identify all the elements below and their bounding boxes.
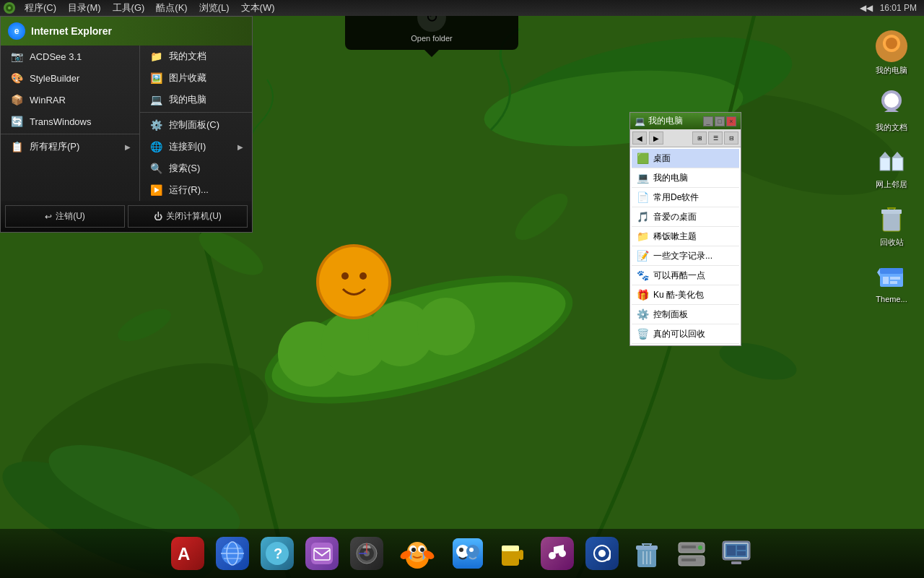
theme-icon-img: 📁	[636, 230, 649, 243]
svg-point-92	[559, 550, 566, 557]
dock-item-mascot[interactable]	[392, 534, 443, 573]
theme-label: 稀饭嗽主题	[653, 230, 697, 243]
minimize-button[interactable]: _	[703, 116, 713, 126]
menu-item-acdsee[interactable]: 📷 ACDSee 3.1	[1, 46, 139, 67]
svg-point-86	[469, 548, 474, 552]
start-menu-footer: ↩ 注销(U) ⏻ 关闭计算机(U)	[1, 201, 252, 232]
svg-point-91	[549, 552, 556, 559]
svg-rect-109	[681, 558, 696, 561]
menu-directory[interactable]: 目录(M)	[62, 0, 107, 16]
start-menu-header: e Internet Explorer	[1, 17, 252, 46]
dock-item-storage[interactable]	[672, 534, 711, 573]
menu-cool[interactable]: 酷点(K)	[150, 0, 193, 16]
back-button[interactable]: ◀	[632, 131, 647, 144]
fm-item-controlpanel[interactable]: ⚙️ 控制面板	[632, 305, 739, 324]
svg-rect-108	[681, 545, 696, 548]
dock-item-browser[interactable]	[213, 534, 252, 573]
fm-item-notes[interactable]: 📝 一些文字记录...	[632, 246, 739, 266]
menu-item-run[interactable]: ▶️ 运行(R)...	[140, 179, 252, 201]
menubar-time: ◀◀ 16:01 PM	[860, 3, 924, 13]
fm-item-ku[interactable]: 🎁 Ku 酷-美化包	[632, 285, 739, 305]
svg-rect-114	[737, 545, 746, 550]
menu-item-winrar[interactable]: 📦 WinRAR	[1, 89, 139, 111]
fm-item-recycle[interactable]: 🗑️ 真的可以回收	[632, 324, 739, 344]
start-menu-title: Internet Explorer	[31, 25, 112, 37]
controlpanel-label: 控制面板(C)	[169, 118, 219, 131]
acdsee-label: ACDSee 3.1	[30, 51, 82, 62]
desktop-icon-neighbor[interactable]: 网上邻居	[866, 143, 917, 189]
menu-item-transwindows[interactable]: 🔄 TransWindows	[1, 111, 139, 132]
fm-item-theme[interactable]: 📁 稀饭嗽主题	[632, 227, 739, 246]
dock-item-email[interactable]	[583, 534, 622, 573]
all-programs-item[interactable]: 📋 所有程序(P) ▶	[1, 136, 139, 158]
software-label: 常用De软件	[653, 191, 699, 204]
dock-item-help[interactable]: ?	[258, 534, 297, 573]
fm-item-desktop[interactable]: 🟩 桌面	[632, 149, 739, 168]
view-list[interactable]: ☰	[708, 131, 723, 144]
dock-icon-finder	[451, 537, 484, 570]
menu-text[interactable]: 文本(W)	[235, 0, 281, 16]
maximize-button[interactable]: □	[715, 116, 725, 126]
mypc-label: 我的电脑	[653, 172, 688, 184]
software-icon-img: 📄	[636, 191, 649, 204]
dock-item-monitor[interactable]	[347, 534, 386, 573]
connect-label: 连接到(I)	[169, 140, 206, 153]
dock-item-display[interactable]	[717, 534, 756, 573]
desktop-icon-mypc[interactable]: 我的电脑	[866, 29, 917, 75]
desktop-icon-recycle[interactable]: 回收站	[866, 201, 917, 247]
menu-browse[interactable]: 浏览(L)	[193, 0, 235, 16]
fm-item-cool[interactable]: 🐾 可以再酷一点	[632, 266, 739, 285]
cool-label: 可以再酷一点	[653, 269, 705, 282]
desktop-icon-theme[interactable]: Theme...	[866, 258, 917, 304]
dock-item-finder[interactable]	[448, 534, 487, 573]
programs-section: 📷 ACDSee 3.1 🎨 StyleBuilder 📦 WinRAR 🔄 T…	[1, 46, 252, 201]
svg-point-11	[341, 272, 349, 280]
mypc-icon-label: 我的电脑	[876, 66, 907, 75]
dock-item-app1[interactable]: A	[168, 534, 207, 573]
pictures-label: 图片收藏	[169, 72, 206, 85]
fm-item-mypc[interactable]: 💻 我的电脑	[632, 168, 739, 188]
fm-item-software[interactable]: 📄 常用De软件	[632, 188, 739, 207]
menu-item-mydocs[interactable]: 📁 我的文档	[140, 46, 252, 67]
close-button[interactable]: ×	[726, 116, 736, 126]
all-programs-arrow: ▶	[125, 143, 131, 151]
desktop-icon-mydocs[interactable]: 我的文档	[866, 86, 917, 132]
recycle-label: 真的可以回收	[653, 328, 705, 340]
forward-button[interactable]: ▶	[649, 131, 663, 144]
menu-programs[interactable]: 程序(C)	[19, 0, 62, 16]
controlpanel-label: 控制面板	[653, 309, 688, 321]
menu-item-mypc[interactable]: 💻 我的电脑	[140, 89, 252, 111]
open-folder-label: Open folder	[411, 34, 452, 43]
menu-tools[interactable]: 工具(G)	[107, 0, 151, 16]
menu-item-pictures[interactable]: 🖼️ 图片收藏	[140, 67, 252, 89]
dock-item-music[interactable]	[538, 534, 577, 573]
programs-left-panel: 📷 ACDSee 3.1 🎨 StyleBuilder 📦 WinRAR 🔄 T…	[1, 46, 140, 201]
dock-item-mail[interactable]	[302, 534, 341, 573]
svg-point-8	[417, 298, 475, 355]
file-manager-title-icon: 💻	[635, 116, 645, 126]
desktop-icon-img: 🟩	[636, 152, 649, 165]
svg-point-10	[319, 247, 388, 316]
cancel-button[interactable]: ↩ 注销(U)	[5, 205, 125, 228]
mydocs-icon-label: 我的文档	[876, 123, 907, 132]
shutdown-button[interactable]: ⏻ 关闭计算机(U)	[128, 205, 248, 228]
dock-icon-monitor	[350, 537, 383, 570]
svg-rect-29	[880, 158, 890, 171]
view-icons[interactable]: ⊞	[692, 131, 707, 144]
view-buttons: ⊞ ☰ ⊟	[692, 131, 738, 144]
all-programs-label: 所有程序(P)	[30, 140, 79, 153]
dock-item-trash[interactable]	[627, 534, 666, 573]
menu-item-controlpanel[interactable]: ⚙️ 控制面板(C)	[140, 114, 252, 136]
view-details[interactable]: ⊟	[724, 131, 738, 144]
dock-item-beer[interactable]	[493, 534, 532, 573]
ku-label: Ku 酷-美化包	[653, 289, 704, 301]
recycle-icon-large	[874, 201, 909, 236]
mydocs-icon: 📁	[149, 49, 163, 64]
dock-icon-browser	[216, 537, 249, 570]
fm-item-music[interactable]: 🎵 音爱の桌面	[632, 207, 739, 227]
menu-item-search[interactable]: 🔍 搜索(S)	[140, 158, 252, 179]
menu-item-stylebuilder[interactable]: 🎨 StyleBuilder	[1, 67, 139, 89]
all-programs-icon: 📋	[9, 139, 24, 154]
dock-icon-app1: A	[171, 537, 204, 570]
menu-item-connect[interactable]: 🌐 连接到(I) ▶	[140, 136, 252, 158]
